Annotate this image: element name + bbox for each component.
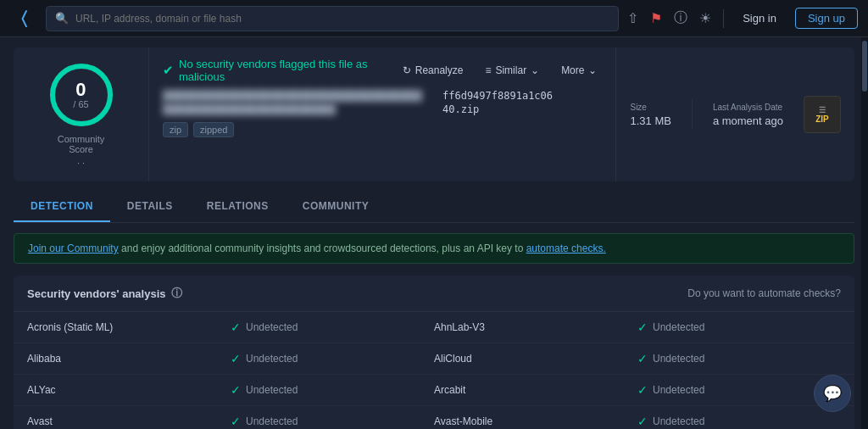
file-tags: zip zipped [163,122,602,137]
status-text-3: Undetected [246,353,298,365]
signup-button[interactable]: Sign up [795,8,858,29]
analysis-value: a moment ago [713,114,783,127]
chat-button[interactable]: 💬 [814,375,851,412]
flag-icon[interactable]: ⚑ [650,10,662,26]
file-filename: 40.zip [442,103,479,115]
size-value: 1.31 MB [630,114,670,127]
signin-button[interactable]: Sign in [736,8,783,28]
status-check-icon-5: ✓ [231,383,241,397]
vendors-title-text: Security vendors' analysis [27,287,166,300]
file-meta-panel: Size 1.31 MB Last Analysis Date a moment… [615,47,854,181]
logo-icon: 〈 [21,8,27,28]
status-check-icon-8: ✓ [637,415,648,428]
tab-details[interactable]: DETAILS [110,192,190,222]
file-status: ✔ No security vendors flagged this file … [163,58,398,83]
automate-checks-link[interactable]: automate checks. [526,242,606,254]
search-icon: 🔍 [55,12,69,25]
file-type-icon: ☰ ZIP [804,96,841,133]
community-banner: Join our Community and enjoy additional … [14,233,854,264]
status-check-icon-2: ✓ [637,320,648,334]
community-score-panel: 0 / 65 CommunityScore · · [14,47,149,181]
logo[interactable]: 〈 [10,5,37,32]
file-info-header: ✔ No security vendors flagged this file … [163,58,602,83]
vendor-name-6: Arcabit [434,384,637,396]
vendor-name-2: AhnLab-V3 [434,321,637,333]
similar-chevron-icon: ⌄ [531,64,539,76]
tag-zip[interactable]: zip [163,122,188,137]
zip-icon-lines: ☰ [819,106,826,114]
vendors-title: Security vendors' analysis ⓘ [27,286,182,301]
help-icon[interactable]: ⓘ [674,9,687,27]
meta-divider [692,99,693,130]
file-hash-row: ████████████████████████████████████ ff6… [163,90,602,102]
upload-icon[interactable]: ⇧ [627,10,638,26]
file-info-panel: ✔ No security vendors flagged this file … [149,47,615,181]
status-check-icon-3: ✓ [231,352,241,365]
score-rating: · · [77,158,85,168]
zip-label: ZIP [815,114,829,124]
status-text-8: Undetected [653,415,704,427]
vendor-status-8: ✓ Undetected [637,415,841,428]
status-text-2: Undetected [653,321,704,333]
size-label: Size [630,103,670,112]
header-actions: ↻ Reanalyze ≡ Similar ⌄ More ⌄ [398,62,603,79]
vendor-row: Alibaba ✓ Undetected AliCloud ✓ Undetect… [14,343,854,375]
vendor-status-2: ✓ Undetected [637,320,841,334]
vendor-name-1: Acronis (Static ML) [27,321,231,333]
status-check-icon-1: ✓ [231,320,241,334]
vendor-row: Avast ✓ Undetected Avast-Mobile ✓ Undete… [14,406,854,429]
vendor-status-7: ✓ Undetected [231,415,434,428]
scrollbar-thumb[interactable] [862,41,867,92]
file-hash: ff6d9497f8891a1c06 [442,90,553,102]
similar-button[interactable]: ≡ Similar ⌄ [480,62,544,79]
file-name-row: ████████████████████████ 40.zip [163,103,602,115]
status-text-1: Undetected [246,321,298,333]
tab-community[interactable]: COMMUNITY [286,192,387,222]
status-text-6: Undetected [653,384,704,396]
file-names: ████████████████████████████████████ ff6… [163,90,602,115]
tabs-row: DETECTION DETAILS RELATIONS COMMUNITY [14,192,854,223]
info-icon[interactable]: ⓘ [171,286,182,301]
join-community-link[interactable]: Join our Community [28,242,119,254]
score-number: 0 [73,81,88,99]
vendor-row: Acronis (Static ML) ✓ Undetected AhnLab-… [14,312,854,343]
vendor-status-4: ✓ Undetected [637,352,841,365]
vendor-status-5: ✓ Undetected [231,383,434,397]
vendor-name-7: Avast [27,415,231,427]
vendor-name-4: AliCloud [434,353,637,365]
more-label: More [561,64,584,76]
reanalyze-icon: ↻ [403,64,411,76]
search-input[interactable] [75,13,609,25]
more-chevron-icon: ⌄ [588,64,597,76]
reanalyze-button[interactable]: ↻ Reanalyze [398,62,469,79]
top-navigation: 〈 🔍 ⇧ ⚑ ⓘ ☀ Sign in Sign up [0,0,868,37]
tab-relations[interactable]: RELATIONS [190,192,286,222]
more-button[interactable]: More ⌄ [556,62,602,79]
analysis-label: Last Analysis Date [713,103,783,112]
status-check-icon-7: ✓ [231,415,241,428]
vendors-header: Security vendors' analysis ⓘ Do you want… [14,276,854,312]
file-size-item: Size 1.31 MB [630,103,670,127]
tag-zipped[interactable]: zipped [193,122,234,137]
vendor-status-1: ✓ Undetected [231,320,434,334]
vendor-name-5: ALYac [27,384,231,396]
vendor-name-8: Avast-Mobile [434,415,637,427]
vendors-table: Acronis (Static ML) ✓ Undetected AhnLab-… [14,312,854,429]
check-icon: ✔ [163,63,174,78]
status-text-7: Undetected [246,415,298,427]
scrollbar-track[interactable] [861,37,868,429]
status-message: No security vendors flagged this file as… [179,58,398,83]
file-analysis-card: 0 / 65 CommunityScore · · ✔ No security … [14,47,854,181]
similar-icon: ≡ [485,64,491,76]
search-bar[interactable]: 🔍 [46,6,619,31]
nav-icons: ⇧ ⚑ ⓘ ☀ Sign in Sign up [627,8,858,29]
reanalyze-label: Reanalyze [415,64,464,76]
score-text: 0 / 65 [73,81,88,109]
status-check-icon-6: ✓ [637,383,648,397]
status-check-icon-4: ✓ [637,352,648,365]
main-content: 0 / 65 CommunityScore · · ✔ No security … [0,37,868,429]
analysis-date-item: Last Analysis Date a moment ago [713,103,783,127]
theme-icon[interactable]: ☀ [699,10,711,26]
status-text-5: Undetected [246,384,298,396]
tab-detection[interactable]: DETECTION [14,192,110,222]
